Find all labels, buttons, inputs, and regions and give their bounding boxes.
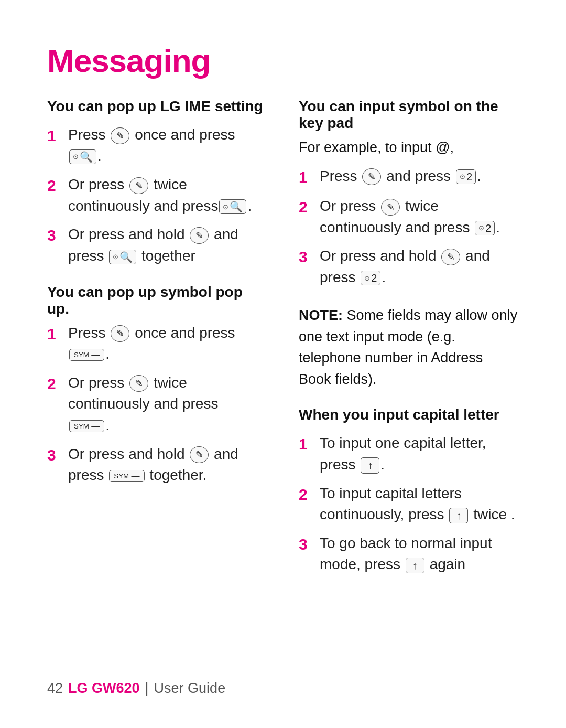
section-ime-list: 1 Press once and press ⊙🔍. 2 Or press tw… [47,124,267,267]
list-num: 2 [47,372,64,395]
list-item: 3 Or press and hold andpress ⊙🔍 together [47,224,267,266]
pen-icon [368,170,376,184]
list-text: Or press and hold andpress ⊙🔍 together [68,224,267,266]
pen-key [190,446,209,463]
section-capital-title: When you input capital letter [299,406,519,423]
pen-icon [195,448,203,462]
pen-icon [135,377,143,390]
sym-key3: SYM — [109,470,144,482]
page-title: Messaging [47,42,519,79]
pen-key [129,177,148,194]
shift-icon [367,458,373,472]
footer: 42 LG GW620 | User Guide [47,680,225,697]
list-num: 2 [299,483,315,506]
shift-icon [456,509,461,522]
section-ime-title: You can pop up LG IME setting [47,98,267,115]
section-capital-list: 1 To input one capital letter, press . 2… [299,433,519,575]
example-label: For example, to input @, [299,137,519,158]
list-text: To go back to normal input mode, press a… [320,533,519,575]
left-column: You can pop up LG IME setting 1 Press on… [47,98,267,592]
list-item: 2 Or press twice continuously and press … [299,196,519,238]
right-column: You can input symbol on thekey pad For e… [299,98,519,592]
footer-label: User Guide [154,680,226,697]
settings-q-key3: ⊙🔍 [109,250,136,264]
list-text: Or press twice continuously and press ⊙2… [320,196,519,238]
shift-key [361,457,379,473]
2-sym-key3: ⊙2 [361,271,380,285]
footer-separator: | [145,680,149,697]
list-text: Or press and hold andpress SYM — togethe… [68,444,267,486]
section-input-sym-title: You can input symbol on thekey pad [299,98,519,132]
pen-icon [447,250,455,264]
list-item: 3 To go back to normal input mode, press… [299,533,519,575]
settings-q-key2: ⊙🔍 [219,199,246,214]
pen-icon [116,327,124,340]
2-sym-key2: ⊙2 [475,221,495,235]
list-num: 3 [299,533,315,556]
pen-key [111,127,129,144]
main-content: You can pop up LG IME setting 1 Press on… [47,98,519,592]
pen-key [129,375,148,392]
shift-key2 [449,508,468,523]
list-item: 1 Press once and press SYM —. [47,323,267,365]
list-num: 3 [47,224,64,247]
list-text: Press once and press ⊙🔍. [68,124,267,167]
list-num: 2 [47,174,64,197]
list-num: 1 [47,323,64,346]
list-num: 3 [299,245,315,269]
list-item: 2 Or press twice continuously and press … [47,372,267,436]
list-item: 2 To input capital letters continuously,… [299,483,519,526]
list-item: 3 Or press and hold and press ⊙2. [299,245,519,288]
shift-icon [412,559,418,572]
list-item: 1 Press once and press ⊙🔍. [47,124,267,167]
page-number: 42 [47,680,63,697]
list-item: 3 Or press and hold andpress SYM — toget… [47,444,267,486]
settings-q-key: ⊙🔍 [69,149,96,164]
section-input-sym-list: 1 Press and press ⊙2. 2 Or press twice c… [299,166,519,288]
shift-key3 [406,558,424,573]
brand-name: LG GW620 [68,680,140,697]
pen-icon [116,129,124,143]
list-num: 3 [47,444,64,467]
list-text: Or press and hold and press ⊙2. [320,245,519,288]
list-num: 2 [299,196,315,219]
sym-key2: SYM — [69,420,104,432]
list-item: 1 To input one capital letter, press . [299,433,519,475]
section-sym-title: You can pop up symbol popup. [47,284,267,317]
pen-key [190,227,209,244]
list-item: 2 Or press twice continuously and press⊙… [47,174,267,217]
list-num: 1 [47,124,64,147]
pen-key [362,168,381,185]
list-text: Press once and press SYM —. [68,323,267,365]
pen-icon [195,229,203,242]
note-text: NOTE: Some fields may allow only one tex… [299,305,519,390]
list-text: Or press twice continuously and press SY… [68,372,267,436]
pen-key [111,325,129,342]
pen-key [381,199,400,216]
section-sym-list: 1 Press once and press SYM —. 2 Or press… [47,323,267,486]
sym-key: SYM — [69,349,104,361]
list-num: 1 [299,433,315,456]
list-text: Press and press ⊙2. [320,166,519,187]
pen-icon [135,179,143,192]
list-item: 1 Press and press ⊙2. [299,166,519,189]
2-sym-key: ⊙2 [456,169,476,184]
pen-key [441,249,460,265]
list-num: 1 [299,166,315,189]
pen-icon [387,200,395,214]
list-text: To input capital letters continuously, p… [320,483,519,526]
list-text: To input one capital letter, press . [320,433,519,475]
list-text: Or press twice continuously and press⊙🔍. [68,174,267,217]
